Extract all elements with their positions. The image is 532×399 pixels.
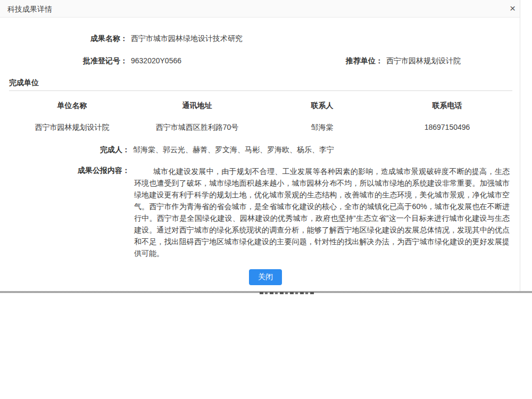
cell-phone: 18697150496 — [385, 123, 510, 132]
unit-table-header: 单位名称 通讯地址 联系人 联系电话 — [10, 101, 510, 111]
field-completers: 完成人： 邹海棠、郭云光、赫菁、罗文海、马彬、罗海欧、杨乐、李宁 — [0, 145, 334, 154]
cell-unit-name: 西宁市园林规划设计院 — [10, 123, 135, 132]
column-header-contact: 联系人 — [260, 101, 385, 111]
field-registration-number: 批准登记号： 9632020Y0566 — [0, 56, 181, 65]
column-header-phone: 联系电话 — [385, 101, 510, 111]
close-button[interactable]: 关闭 — [249, 269, 282, 285]
occluded-page-text — [260, 292, 315, 294]
achievement-name-value: 西宁市城市园林绿地设计技术研究 — [131, 34, 243, 43]
report-content-label: 成果公报内容： — [0, 165, 130, 175]
field-recommending-unit: 推荐单位： 西宁市园林规划设计院 — [346, 56, 461, 65]
column-header-unit-name: 单位名称 — [10, 101, 135, 111]
report-content-text: 城市化建设发展中，由于规划不合理、工业发展等各种因素的影响，造成城市景观破碎度不… — [134, 165, 510, 259]
completing-units-section-title: 完成单位 — [9, 78, 512, 91]
achievement-name-label: 成果名称： — [0, 34, 128, 43]
achievement-detail-modal: 科技成果详情 × 成果名称： 西宁市城市园林绿地设计技术研究 批准登记号： 96… — [0, 0, 520, 292]
field-achievement-name: 成果名称： 西宁市城市园林绿地设计技术研究 — [0, 34, 243, 43]
recommending-unit-value: 西宁市园林规划设计院 — [386, 56, 461, 65]
registration-number-label: 批准登记号： — [0, 56, 128, 65]
completers-value: 邹海棠、郭云光、赫菁、罗文海、马彬、罗海欧、杨乐、李宁 — [133, 145, 334, 154]
field-report-content: 成果公报内容： 城市化建设发展中，由于规划不合理、工业发展等各种因素的影响，造成… — [0, 165, 510, 259]
column-header-address: 通讯地址 — [135, 101, 260, 111]
table-row: 西宁市园林规划设计院 西宁市城西区胜利路70号 邹海棠 18697150496 — [10, 123, 510, 132]
modal-header: 科技成果详情 × — [0, 0, 520, 18]
cell-address: 西宁市城西区胜利路70号 — [135, 123, 260, 132]
cell-contact: 邹海棠 — [260, 123, 385, 132]
recommending-unit-label: 推荐单位： — [346, 56, 383, 65]
completers-label: 完成人： — [0, 145, 130, 154]
registration-number-value: 9632020Y0566 — [131, 56, 181, 65]
screen: 科技成果详情 × 成果名称： 西宁市城市园林绿地设计技术研究 批准登记号： 96… — [0, 0, 532, 399]
modal-title: 科技成果详情 — [7, 5, 52, 14]
close-icon[interactable]: × — [510, 3, 516, 14]
